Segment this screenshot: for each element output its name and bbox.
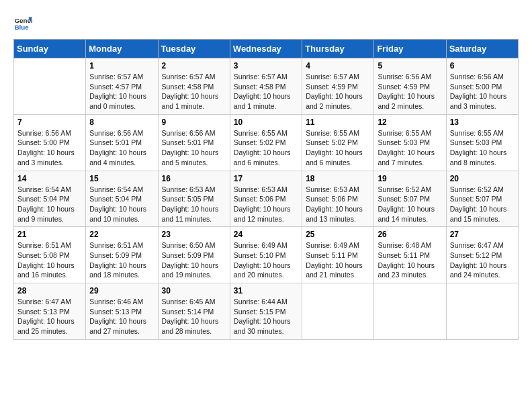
day-number: 20	[450, 174, 515, 183]
day-info: Sunrise: 6:54 AM Sunset: 5:04 PM Dayligh…	[17, 185, 82, 224]
week-row-5: 28Sunrise: 6:47 AM Sunset: 5:13 PM Dayli…	[14, 283, 519, 340]
calendar-cell: 22Sunrise: 6:51 AM Sunset: 5:09 PM Dayli…	[86, 227, 158, 283]
day-info: Sunrise: 6:52 AM Sunset: 5:07 PM Dayligh…	[450, 185, 515, 224]
day-info: Sunrise: 6:46 AM Sunset: 5:13 PM Dayligh…	[89, 297, 154, 336]
calendar-cell: 11Sunrise: 6:55 AM Sunset: 5:02 PM Dayli…	[302, 114, 374, 171]
day-info: Sunrise: 6:53 AM Sunset: 5:06 PM Dayligh…	[306, 185, 370, 224]
header-wednesday: Wednesday	[230, 40, 302, 58]
day-info: Sunrise: 6:54 AM Sunset: 5:04 PM Dayligh…	[89, 185, 154, 224]
calendar-cell: 6Sunrise: 6:56 AM Sunset: 5:00 PM Daylig…	[446, 58, 518, 115]
calendar-cell: 17Sunrise: 6:53 AM Sunset: 5:06 PM Dayli…	[230, 171, 302, 227]
day-number: 8	[89, 118, 154, 127]
calendar-cell: 13Sunrise: 6:55 AM Sunset: 5:03 PM Dayli…	[446, 114, 518, 171]
day-number: 3	[234, 61, 298, 71]
logo: General Blue	[13, 13, 32, 32]
day-number: 2	[162, 61, 226, 71]
day-info: Sunrise: 6:52 AM Sunset: 5:07 PM Dayligh…	[378, 185, 442, 224]
day-number: 9	[162, 118, 226, 127]
day-info: Sunrise: 6:51 AM Sunset: 5:08 PM Dayligh…	[17, 240, 82, 280]
day-number: 24	[234, 230, 298, 239]
calendar-cell	[14, 58, 86, 115]
day-number: 10	[234, 118, 298, 127]
day-info: Sunrise: 6:57 AM Sunset: 4:59 PM Dayligh…	[306, 72, 370, 111]
day-info: Sunrise: 6:57 AM Sunset: 4:58 PM Dayligh…	[162, 72, 226, 111]
day-info: Sunrise: 6:55 AM Sunset: 5:03 PM Dayligh…	[450, 128, 515, 168]
week-row-1: 1Sunrise: 6:57 AM Sunset: 4:57 PM Daylig…	[14, 58, 519, 115]
calendar-cell: 4Sunrise: 6:57 AM Sunset: 4:59 PM Daylig…	[302, 58, 374, 115]
svg-text:Blue: Blue	[14, 24, 29, 31]
calendar-cell: 28Sunrise: 6:47 AM Sunset: 5:13 PM Dayli…	[14, 283, 86, 340]
calendar-table: SundayMondayTuesdayWednesdayThursdayFrid…	[13, 39, 519, 340]
calendar-cell: 30Sunrise: 6:45 AM Sunset: 5:14 PM Dayli…	[158, 283, 230, 340]
day-info: Sunrise: 6:55 AM Sunset: 5:02 PM Dayligh…	[234, 128, 298, 168]
day-info: Sunrise: 6:49 AM Sunset: 5:11 PM Dayligh…	[306, 240, 370, 280]
day-info: Sunrise: 6:56 AM Sunset: 5:00 PM Dayligh…	[17, 128, 82, 168]
calendar-cell	[446, 283, 518, 340]
day-number: 7	[17, 118, 82, 127]
calendar-cell: 2Sunrise: 6:57 AM Sunset: 4:58 PM Daylig…	[158, 58, 230, 115]
header-tuesday: Tuesday	[158, 40, 230, 58]
day-info: Sunrise: 6:57 AM Sunset: 4:57 PM Dayligh…	[89, 72, 154, 111]
calendar-cell: 26Sunrise: 6:48 AM Sunset: 5:11 PM Dayli…	[374, 227, 446, 283]
calendar-cell: 24Sunrise: 6:49 AM Sunset: 5:10 PM Dayli…	[230, 227, 302, 283]
calendar-cell: 12Sunrise: 6:55 AM Sunset: 5:03 PM Dayli…	[374, 114, 446, 171]
day-info: Sunrise: 6:50 AM Sunset: 5:09 PM Dayligh…	[162, 240, 226, 280]
header-thursday: Thursday	[302, 40, 374, 58]
day-number: 30	[162, 286, 226, 295]
day-info: Sunrise: 6:53 AM Sunset: 5:05 PM Dayligh…	[162, 185, 226, 224]
header-sunday: Sunday	[14, 40, 86, 58]
calendar-cell: 8Sunrise: 6:56 AM Sunset: 5:01 PM Daylig…	[86, 114, 158, 171]
day-number: 26	[378, 230, 442, 239]
day-number: 11	[306, 118, 370, 127]
days-header-row: SundayMondayTuesdayWednesdayThursdayFrid…	[14, 40, 519, 58]
day-number: 12	[378, 118, 442, 127]
day-info: Sunrise: 6:53 AM Sunset: 5:06 PM Dayligh…	[234, 185, 298, 224]
calendar-cell: 18Sunrise: 6:53 AM Sunset: 5:06 PM Dayli…	[302, 171, 374, 227]
day-number: 18	[306, 174, 370, 183]
header-monday: Monday	[86, 40, 158, 58]
header-saturday: Saturday	[446, 40, 518, 58]
calendar-cell: 5Sunrise: 6:56 AM Sunset: 4:59 PM Daylig…	[374, 58, 446, 115]
day-number: 22	[89, 230, 154, 239]
day-info: Sunrise: 6:55 AM Sunset: 5:02 PM Dayligh…	[306, 128, 370, 168]
day-number: 1	[89, 61, 154, 71]
header: General Blue	[13, 13, 519, 32]
calendar-cell	[302, 283, 374, 340]
day-number: 29	[89, 286, 154, 295]
day-info: Sunrise: 6:49 AM Sunset: 5:10 PM Dayligh…	[234, 240, 298, 280]
calendar-cell: 19Sunrise: 6:52 AM Sunset: 5:07 PM Dayli…	[374, 171, 446, 227]
week-row-2: 7Sunrise: 6:56 AM Sunset: 5:00 PM Daylig…	[14, 114, 519, 171]
day-number: 6	[450, 61, 515, 71]
day-number: 28	[17, 286, 82, 295]
day-number: 31	[234, 286, 298, 295]
day-number: 5	[378, 61, 442, 71]
calendar-cell: 1Sunrise: 6:57 AM Sunset: 4:57 PM Daylig…	[86, 58, 158, 115]
day-number: 27	[450, 230, 515, 239]
calendar-cell: 14Sunrise: 6:54 AM Sunset: 5:04 PM Dayli…	[14, 171, 86, 227]
calendar-cell: 25Sunrise: 6:49 AM Sunset: 5:11 PM Dayli…	[302, 227, 374, 283]
calendar-cell: 10Sunrise: 6:55 AM Sunset: 5:02 PM Dayli…	[230, 114, 302, 171]
day-number: 15	[89, 174, 154, 183]
calendar-cell: 31Sunrise: 6:44 AM Sunset: 5:15 PM Dayli…	[230, 283, 302, 340]
day-info: Sunrise: 6:56 AM Sunset: 5:00 PM Dayligh…	[450, 72, 515, 111]
day-info: Sunrise: 6:51 AM Sunset: 5:09 PM Dayligh…	[89, 240, 154, 280]
day-number: 16	[162, 174, 226, 183]
calendar-cell: 15Sunrise: 6:54 AM Sunset: 5:04 PM Dayli…	[86, 171, 158, 227]
week-row-4: 21Sunrise: 6:51 AM Sunset: 5:08 PM Dayli…	[14, 227, 519, 283]
day-number: 4	[306, 61, 370, 71]
calendar-cell: 20Sunrise: 6:52 AM Sunset: 5:07 PM Dayli…	[446, 171, 518, 227]
day-info: Sunrise: 6:47 AM Sunset: 5:12 PM Dayligh…	[450, 240, 515, 280]
day-number: 17	[234, 174, 298, 183]
day-number: 23	[162, 230, 226, 239]
day-info: Sunrise: 6:56 AM Sunset: 5:01 PM Dayligh…	[162, 128, 226, 168]
day-number: 14	[17, 174, 82, 183]
day-info: Sunrise: 6:45 AM Sunset: 5:14 PM Dayligh…	[162, 297, 226, 336]
day-info: Sunrise: 6:44 AM Sunset: 5:15 PM Dayligh…	[234, 297, 298, 336]
calendar-cell: 29Sunrise: 6:46 AM Sunset: 5:13 PM Dayli…	[86, 283, 158, 340]
week-row-3: 14Sunrise: 6:54 AM Sunset: 5:04 PM Dayli…	[14, 171, 519, 227]
calendar-cell: 27Sunrise: 6:47 AM Sunset: 5:12 PM Dayli…	[446, 227, 518, 283]
calendar-cell: 23Sunrise: 6:50 AM Sunset: 5:09 PM Dayli…	[158, 227, 230, 283]
day-info: Sunrise: 6:48 AM Sunset: 5:11 PM Dayligh…	[378, 240, 442, 280]
calendar-cell: 9Sunrise: 6:56 AM Sunset: 5:01 PM Daylig…	[158, 114, 230, 171]
calendar-cell: 16Sunrise: 6:53 AM Sunset: 5:05 PM Dayli…	[158, 171, 230, 227]
